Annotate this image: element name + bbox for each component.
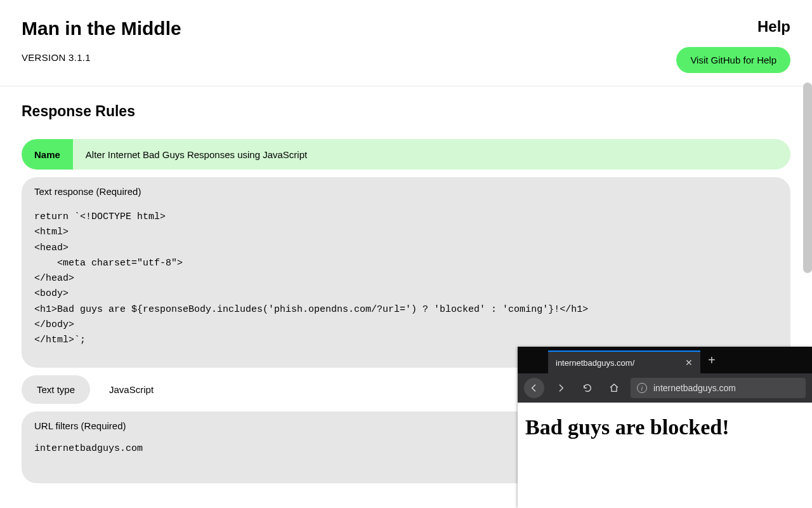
- browser-tab-title: internetbadguys.com/: [556, 358, 634, 368]
- close-icon[interactable]: ✕: [685, 358, 693, 368]
- rule-name-row[interactable]: Name Alter Internet Bad Guys Responses u…: [22, 139, 790, 170]
- text-response-block[interactable]: Text response (Required) return `<!DOCTY…: [22, 177, 790, 368]
- text-type-value: JavaScript: [90, 375, 166, 404]
- text-response-label: Text response (Required): [34, 186, 778, 197]
- app-version: VERSION 3.1.1: [22, 52, 181, 63]
- browser-preview: internetbadguys.com/ ✕ + i internetbadgu…: [518, 347, 812, 508]
- page-heading: Bad guys are blocked!: [525, 415, 804, 439]
- visit-github-button[interactable]: Visit GitHub for Help: [676, 47, 790, 73]
- browser-tab[interactable]: internetbadguys.com/ ✕: [548, 351, 700, 373]
- browser-tabbar: internetbadguys.com/ ✕ +: [518, 347, 812, 373]
- header-right: Help Visit GitHub for Help: [676, 18, 790, 73]
- back-icon[interactable]: [524, 378, 544, 398]
- browser-viewport: Bad guys are blocked!: [518, 403, 812, 508]
- text-type-chip: Text type: [22, 375, 90, 404]
- new-tab-icon[interactable]: +: [708, 353, 716, 368]
- reload-icon[interactable]: [577, 378, 598, 398]
- header-left: Man in the Middle VERSION 3.1.1: [22, 18, 181, 73]
- app-header: Man in the Middle VERSION 3.1.1 Help Vis…: [0, 0, 812, 86]
- home-icon[interactable]: [604, 378, 624, 398]
- help-heading: Help: [676, 18, 790, 36]
- section-title: Response Rules: [22, 103, 790, 120]
- name-chip: Name: [22, 139, 73, 170]
- url-bar[interactable]: i internetbadguys.com: [631, 378, 806, 398]
- url-text: internetbadguys.com: [653, 383, 736, 393]
- scrollbar[interactable]: [803, 83, 812, 273]
- info-icon[interactable]: i: [637, 383, 647, 393]
- text-response-code[interactable]: return `<!DOCTYPE html> <html> <head> <m…: [34, 197, 778, 359]
- forward-icon[interactable]: [551, 378, 571, 398]
- app-title: Man in the Middle: [22, 18, 181, 39]
- rule-name-value: Alter Internet Bad Guys Responses using …: [73, 139, 320, 170]
- browser-navbar: i internetbadguys.com: [518, 373, 812, 403]
